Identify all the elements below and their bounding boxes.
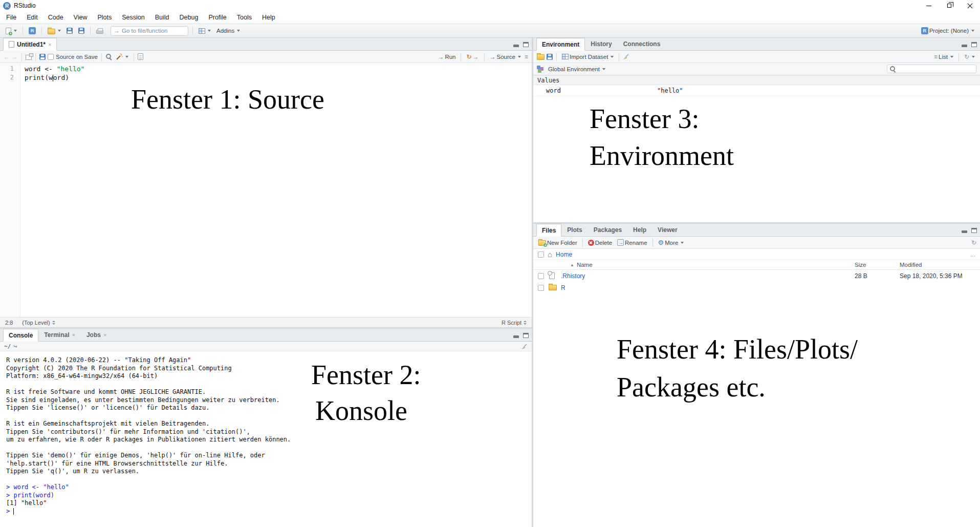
column-size[interactable]: Size — [855, 262, 900, 268]
tab-terminal[interactable]: Terminal× — [38, 329, 81, 341]
values-section-header[interactable]: Values — [533, 75, 980, 85]
maximize-pane-icon[interactable] — [971, 228, 977, 233]
clear-environment-broom-icon[interactable] — [623, 53, 629, 60]
run-button[interactable]: →Run — [436, 53, 457, 61]
column-name[interactable]: ▲Name — [561, 262, 855, 268]
save-button[interactable] — [65, 27, 74, 35]
clear-console-broom-icon[interactable] — [521, 343, 528, 350]
menu-build[interactable]: Build — [150, 12, 175, 23]
minimize-pane-icon[interactable] — [962, 230, 967, 233]
code-tools-button[interactable] — [114, 52, 130, 61]
chevron-down-icon — [611, 56, 614, 58]
more-button[interactable]: ⚙More — [657, 238, 686, 247]
maximize-pane-icon[interactable] — [523, 42, 529, 47]
tab-jobs[interactable]: Jobs× — [81, 329, 112, 341]
tab-history[interactable]: History — [585, 38, 617, 50]
rerun-button[interactable]: ↻→ — [465, 53, 480, 61]
home-icon: ⌂ — [548, 250, 552, 258]
search-icon[interactable] — [105, 53, 112, 60]
new-file-button[interactable] — [4, 27, 18, 35]
tab-packages[interactable]: Packages — [588, 224, 627, 236]
delete-button[interactable]: Delete — [586, 239, 614, 247]
menu-session[interactable]: Session — [117, 12, 149, 23]
file-name-link[interactable]: R — [561, 284, 855, 291]
menu-profile[interactable]: Profile — [203, 12, 231, 23]
open-file-button[interactable] — [46, 27, 62, 35]
pane-layout-button[interactable] — [197, 27, 212, 35]
save-all-button[interactable] — [77, 27, 86, 35]
file-row[interactable]: R — [533, 282, 980, 293]
print-button[interactable] — [95, 27, 105, 35]
back-icon[interactable]: ← — [4, 54, 10, 60]
minimize-pane-icon[interactable] — [513, 335, 519, 338]
minimize-window-button[interactable] — [919, 0, 939, 11]
menu-tools[interactable]: Tools — [232, 12, 257, 23]
spinner-arrows-icon — [52, 321, 55, 325]
file-checkbox[interactable] — [538, 285, 544, 291]
addins-button[interactable]: Addins — [215, 27, 242, 35]
panes-grid-icon — [199, 28, 205, 34]
tab-viewer[interactable]: Viewer — [652, 224, 683, 236]
source-button[interactable]: →Source — [488, 53, 522, 61]
menu-debug[interactable]: Debug — [175, 12, 204, 23]
new-folder-button[interactable]: New Folder — [537, 238, 579, 247]
rename-button[interactable]: →Rename — [616, 238, 648, 247]
menu-view[interactable]: View — [69, 12, 93, 23]
open-in-new-window-icon[interactable] — [26, 55, 32, 60]
tab-console[interactable]: Console — [3, 329, 38, 342]
tab-plots[interactable]: Plots — [561, 224, 587, 236]
scope-selector[interactable]: (Top Level) — [22, 320, 55, 326]
menu-plots[interactable]: Plots — [92, 12, 117, 23]
file-checkbox[interactable] — [538, 273, 544, 279]
maximize-pane-icon[interactable] — [971, 42, 977, 47]
minimize-pane-icon[interactable] — [962, 45, 967, 47]
menu-help[interactable]: Help — [257, 12, 280, 23]
maximize-pane-icon[interactable] — [523, 333, 529, 338]
close-tab-icon[interactable]: × — [103, 332, 106, 338]
save-workspace-icon[interactable] — [547, 54, 553, 60]
tab-connections[interactable]: Connections — [618, 38, 666, 50]
close-tab-icon[interactable]: × — [48, 41, 51, 48]
tab-files[interactable]: Files — [536, 224, 561, 237]
magic-wand-icon — [116, 53, 123, 60]
restore-window-button[interactable] — [939, 0, 960, 11]
save-icon[interactable] — [39, 54, 46, 60]
tab-untitled1[interactable]: Untitled1* × — [3, 38, 57, 51]
save-all-icon — [78, 28, 84, 34]
source-on-save-checkbox[interactable] — [48, 54, 54, 60]
new-project-button[interactable]: R — [27, 26, 37, 35]
chevron-down-icon — [208, 30, 211, 32]
more-columns-button[interactable]: ... — [970, 251, 975, 258]
close-tab-icon[interactable]: × — [72, 332, 75, 338]
environment-search-input[interactable] — [898, 66, 974, 72]
tab-environment[interactable]: Environment — [536, 38, 585, 51]
document-outline-icon[interactable]: ≡ — [525, 54, 528, 60]
goto-file-input[interactable] — [122, 28, 179, 34]
forward-icon[interactable]: → — [12, 54, 18, 60]
menu-edit[interactable]: Edit — [21, 12, 43, 23]
goto-directory-icon[interactable]: ↪ — [13, 343, 17, 349]
file-type-selector[interactable]: R Script — [502, 320, 527, 326]
console-line: Tippen Sie 'demo()' für einige Demos, 'h… — [6, 452, 532, 460]
list-view-button[interactable]: ≡List — [932, 53, 955, 61]
load-workspace-icon[interactable] — [537, 54, 545, 60]
project-selector[interactable]: RProject: (None) — [920, 26, 976, 35]
menu-file[interactable]: File — [1, 12, 21, 23]
tab-help[interactable]: Help — [627, 224, 652, 236]
refresh-icon[interactable]: ↻ — [971, 240, 976, 246]
select-all-checkbox[interactable] — [538, 251, 544, 258]
menu-code[interactable]: Code — [43, 12, 69, 23]
column-modified[interactable]: Modified — [900, 262, 980, 268]
breadcrumb-home-link[interactable]: Home — [556, 251, 572, 258]
environment-variable-row[interactable]: word "hello" — [533, 85, 980, 96]
refresh-environment-button[interactable]: ↻ — [963, 53, 976, 61]
file-row[interactable]: .Rhistory28 BSep 18, 2020, 5:36 PM — [533, 270, 980, 282]
close-window-button[interactable] — [960, 0, 980, 11]
import-dataset-button[interactable]: Import Dataset — [560, 53, 615, 61]
global-environment-selector[interactable]: Global Environment — [547, 65, 607, 73]
compile-report-icon[interactable] — [138, 53, 143, 60]
code-editor[interactable]: 1 2 word <- "hello" print(word) — [0, 63, 532, 317]
minimize-pane-icon[interactable] — [513, 45, 519, 47]
console-output[interactable]: R version 4.0.2 (2020-06-22) -- "Taking … — [0, 351, 532, 527]
file-name-link[interactable]: .Rhistory — [561, 272, 855, 280]
